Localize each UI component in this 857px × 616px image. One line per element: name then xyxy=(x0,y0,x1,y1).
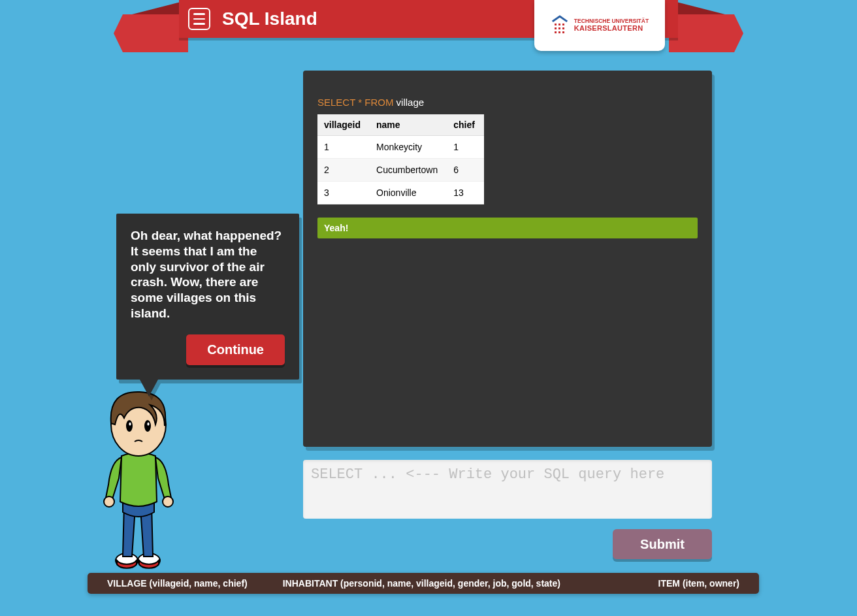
submit-button[interactable]: Submit xyxy=(613,529,712,559)
university-line1: TECHNISCHE UNIVERSITÄT xyxy=(574,18,649,25)
schema-village: VILLAGE (villageid, name, chief) xyxy=(107,578,248,589)
ribbon-left xyxy=(123,14,188,52)
ribbon-right xyxy=(669,14,734,52)
svg-point-11 xyxy=(104,496,114,507)
schema-inhabitant: INHABITANT (personid, name, villageid, g… xyxy=(283,578,560,589)
sql-input[interactable] xyxy=(303,460,712,519)
schema-bar: VILLAGE (villageid, name, chief) INHABIT… xyxy=(88,573,759,594)
table-row: 3 Onionville 13 xyxy=(317,182,484,204)
sql-keywords: SELECT * FROM xyxy=(317,97,393,108)
result-table: villageid name chief 1 Monkeycity 1 2 Cu… xyxy=(317,114,484,204)
svg-rect-8 xyxy=(562,31,564,33)
svg-point-15 xyxy=(144,420,151,432)
continue-button[interactable]: Continue xyxy=(186,334,285,365)
schema-item: ITEM (item, owner) xyxy=(658,578,739,589)
svg-rect-2 xyxy=(562,24,564,25)
table-row: 2 Cucumbertown 6 xyxy=(317,159,484,182)
result-panel: SELECT * FROM village villageid name chi… xyxy=(303,71,712,447)
university-logo-icon xyxy=(551,14,569,37)
svg-rect-6 xyxy=(555,31,557,33)
table-row: 1 Monkeycity 1 xyxy=(317,136,484,159)
col-chief: chief xyxy=(447,114,484,136)
success-message: Yeah! xyxy=(317,218,698,238)
speech-bubble: Oh dear, what happened? It seems that I … xyxy=(116,214,299,380)
menu-icon[interactable] xyxy=(188,8,210,30)
character-avatar xyxy=(99,387,178,570)
svg-point-14 xyxy=(126,420,133,432)
svg-rect-4 xyxy=(558,27,560,29)
col-villageid: villageid xyxy=(317,114,370,136)
app-title: SQL Island xyxy=(222,8,317,29)
svg-rect-7 xyxy=(558,31,560,33)
svg-point-16 xyxy=(129,422,131,425)
header-banner: SQL Island TECHNISCHE UNIVERSITÄT KAISER… xyxy=(0,0,857,65)
executed-query: SELECT * FROM village xyxy=(317,97,698,108)
speech-text: Oh dear, what happened? It seems that I … xyxy=(131,228,285,321)
university-badge[interactable]: TECHNISCHE UNIVERSITÄT KAISERSLAUTERN xyxy=(534,0,665,51)
svg-rect-1 xyxy=(558,24,560,25)
svg-rect-0 xyxy=(555,24,557,25)
svg-point-12 xyxy=(163,496,173,507)
university-line2: KAISERSLAUTERN xyxy=(574,24,649,33)
sql-rest: village xyxy=(393,97,424,108)
svg-rect-3 xyxy=(555,27,557,29)
svg-rect-5 xyxy=(562,27,564,29)
col-name: name xyxy=(370,114,447,136)
svg-point-17 xyxy=(147,422,149,425)
